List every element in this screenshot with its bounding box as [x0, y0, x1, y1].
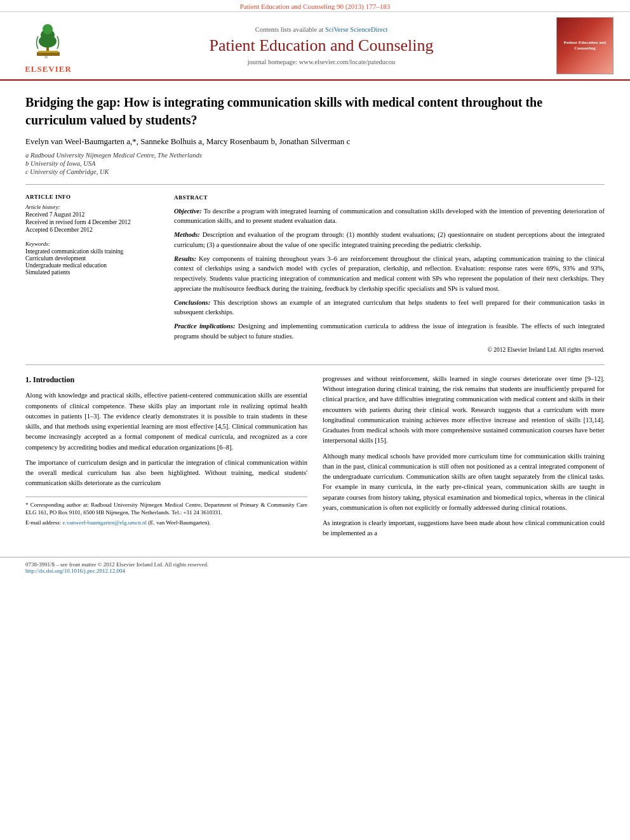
journal-header-center: Contents lists available at SciVerse Sci… — [86, 26, 556, 65]
elsevier-tree-icon — [25, 17, 71, 63]
journal-homepage: journal homepage: www.elsevier.com/locat… — [99, 58, 544, 65]
conclusions-text: This description shows an example of an … — [174, 299, 605, 316]
revised-date: Received in revised form 4 December 2012 — [25, 219, 159, 225]
keywords-section: Keywords: Integrated communication skill… — [25, 241, 159, 276]
results-heading: Results: — [174, 255, 196, 262]
article-info-title: Article info — [25, 194, 159, 200]
header-banner: ELSEVIER Contents lists available at Sci… — [0, 12, 630, 81]
abstract-practice: Practice implications: Designing and imp… — [174, 321, 605, 342]
keywords-label: Keywords: — [25, 241, 159, 247]
journal-title: Patient Education and Counseling — [99, 36, 544, 55]
abstract-objective: Objective: To describe a program with in… — [174, 206, 605, 227]
email-link[interactable]: e.vanweel-baumgarten@elg.umcn.nl — [62, 519, 147, 526]
issn-line: 0738-3991/$ – see front matter © 2012 El… — [25, 561, 605, 568]
journal-cover-area: Patient Education and Counseling — [556, 17, 620, 74]
body-para-2: The importance of curriculum design and … — [25, 458, 307, 489]
received-date: Received 7 August 2012 — [25, 211, 159, 218]
footnote-corresponding: * Corresponding author at: Radboud Unive… — [25, 501, 307, 517]
bottom-bar: 0738-3991/$ – see front matter © 2012 El… — [0, 557, 630, 578]
email-note: (E. van Weel-Baumgarten). — [148, 519, 211, 526]
elsevier-logo: ELSEVIER — [10, 17, 86, 74]
doi-line: http://dx.doi.org/10.1016/j.pec.2012.12.… — [25, 568, 605, 574]
journal-citation: Patient Education and Counseling 90 (201… — [0, 0, 630, 12]
body-content: 1. Introduction Along with knowledge and… — [25, 374, 605, 544]
section-1-heading: 1. Introduction — [25, 374, 307, 386]
keyword-1: Integrated communication skills training — [25, 248, 159, 255]
abstract-methods: Methods: Description and evaluation of t… — [174, 230, 605, 250]
elsevier-logo-area: ELSEVIER — [10, 17, 86, 74]
abstract-section: Abstract Objective: To describe a progra… — [174, 194, 605, 354]
divider-body — [25, 364, 605, 365]
practice-text: Designing and implementing communication… — [174, 323, 605, 340]
footnote-email: E-mail address: e.vanweel-baumgarten@elg… — [25, 519, 307, 527]
doi-link[interactable]: http://dx.doi.org/10.1016/j.pec.2012.12.… — [25, 568, 125, 574]
sciverse-line: Contents lists available at SciVerse Sci… — [99, 26, 544, 33]
email-label: E-mail address: — [25, 519, 61, 526]
main-content: Bridging the gap: How is integrating com… — [0, 81, 630, 557]
body-para-1: Along with knowledge and practical skill… — [25, 390, 307, 453]
keyword-3: Undergraduate medical education — [25, 262, 159, 269]
journal-cover-image: Patient Education and Counseling — [556, 17, 613, 74]
abstract-results: Results: Key components of training thro… — [174, 254, 605, 294]
abstract-label: Abstract — [174, 194, 605, 203]
keyword-2: Curriculum development — [25, 255, 159, 262]
affiliation-1: a Radboud University Nijmegen Medical Ce… — [25, 152, 605, 159]
article-title: Bridging the gap: How is integrating com… — [25, 93, 605, 129]
svg-point-5 — [43, 24, 53, 34]
article-info-abstract: Article info Article history: Received 7… — [25, 194, 605, 354]
objective-text: To describe a program with integrated le… — [174, 208, 605, 225]
body-para-5: As integration is clearly important, sug… — [323, 518, 605, 539]
svg-rect-7 — [38, 51, 58, 53]
practice-heading: Practice implications: — [174, 323, 236, 330]
methods-text: Description and evaluation of the progra… — [174, 231, 605, 248]
objective-heading: Objective: — [174, 208, 202, 215]
affiliation-2: b University of Iowa, USA — [25, 160, 605, 167]
conclusions-heading: Conclusions: — [174, 299, 210, 306]
accepted-date: Accepted 6 December 2012 — [25, 227, 159, 233]
history-label: Article history: — [25, 204, 159, 210]
cover-text: Patient Education and Counseling — [560, 40, 610, 51]
elsevier-wordmark: ELSEVIER — [25, 64, 72, 74]
body-col-right: progresses and without reinforcement, sk… — [323, 374, 605, 544]
sciverse-link[interactable]: SciVerse ScienceDirect — [325, 26, 387, 33]
body-para-4: Although many medical schools have provi… — [323, 451, 605, 514]
results-text: Key components of training throughout ye… — [174, 255, 605, 292]
authors-line: Evelyn van Weel-Baumgarten a,*, Sanneke … — [25, 137, 605, 147]
footnotes-section: * Corresponding author at: Radboud Unive… — [25, 497, 307, 527]
body-col-left: 1. Introduction Along with knowledge and… — [25, 374, 307, 544]
article-info-panel: Article info Article history: Received 7… — [25, 194, 159, 354]
divider-top — [25, 184, 605, 185]
affiliation-3: c University of Cambridge, UK — [25, 168, 605, 175]
methods-heading: Methods: — [174, 231, 200, 238]
body-para-3: progresses and without reinforcement, sk… — [323, 374, 605, 446]
keyword-4: Simulated patients — [25, 269, 159, 276]
abstract-conclusions: Conclusions: This description shows an e… — [174, 298, 605, 318]
copyright-line: © 2012 Elsevier Ireland Ltd. All rights … — [174, 345, 605, 354]
